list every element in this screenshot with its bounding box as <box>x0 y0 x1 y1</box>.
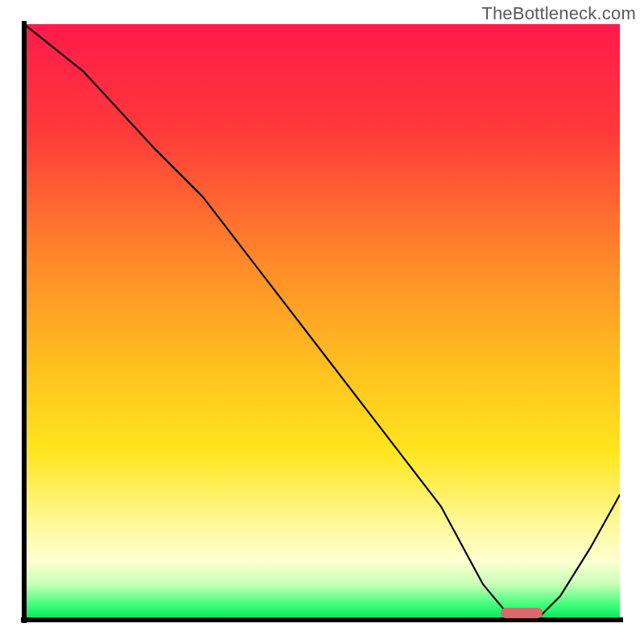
watermark-text: TheBottleneck.com <box>481 3 636 24</box>
bottleneck-chart: TheBottleneck.com <box>0 0 644 644</box>
plot-svg <box>0 0 644 644</box>
optimal-marker <box>501 608 543 618</box>
gradient-background <box>24 24 620 620</box>
